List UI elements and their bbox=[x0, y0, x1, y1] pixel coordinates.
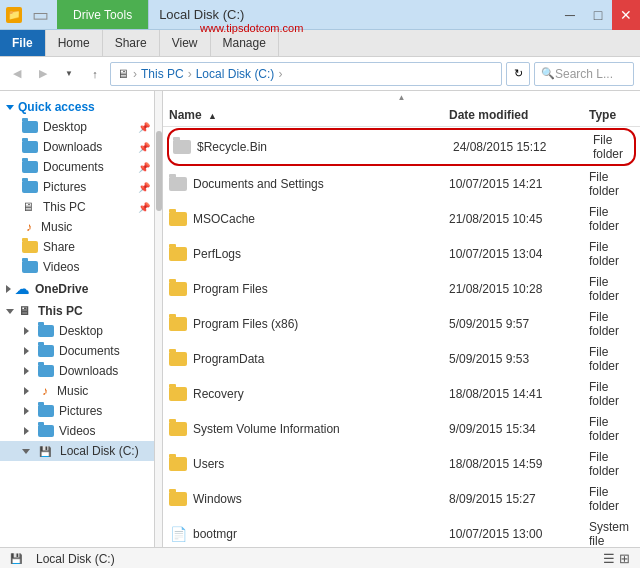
sidebar-item-desktop[interactable]: Desktop 📌 bbox=[0, 117, 154, 137]
file-name: PerfLogs bbox=[169, 247, 449, 261]
refresh-button[interactable]: ↻ bbox=[506, 62, 530, 86]
file-row-bootmgr[interactable]: 📄 bootmgr 10/07/2015 13:00 System file bbox=[163, 517, 640, 547]
pin-icon: 📌 bbox=[138, 162, 150, 173]
folder-icon bbox=[169, 317, 187, 331]
file-name: ProgramData bbox=[169, 352, 449, 366]
file-row-recovery[interactable]: Recovery 18/08/2015 14:41 File folder bbox=[163, 377, 640, 412]
title-bar-left: 📁 ▭ bbox=[0, 0, 57, 29]
folder-icon bbox=[38, 345, 54, 357]
folder-icon bbox=[169, 247, 187, 261]
music-icon: ♪ bbox=[38, 384, 52, 398]
back-button[interactable]: ◀ bbox=[6, 63, 28, 85]
file-type: File folder bbox=[589, 450, 634, 478]
minimize-button[interactable]: ─ bbox=[556, 0, 584, 30]
minimize-icon[interactable]: ▭ bbox=[32, 6, 49, 24]
folder-icon bbox=[169, 457, 187, 471]
sidebar-item-documents-pc[interactable]: Documents bbox=[0, 341, 154, 361]
sidebar-item-desktop-pc[interactable]: Desktop bbox=[0, 321, 154, 341]
thispc-icon: 🖥 bbox=[18, 304, 34, 318]
tab-home[interactable]: Home bbox=[46, 30, 103, 56]
onedrive-header[interactable]: ☁ OneDrive bbox=[0, 277, 154, 299]
path-local-disk[interactable]: Local Disk (C:) bbox=[196, 67, 275, 81]
ribbon-tabs: File Home Share View Manage bbox=[0, 30, 640, 56]
sidebar-item-videos-quick[interactable]: Videos bbox=[0, 257, 154, 277]
expand-icon bbox=[24, 367, 29, 375]
folder-icon bbox=[22, 261, 38, 273]
expand-icon bbox=[24, 327, 29, 335]
file-row-programfiles86[interactable]: Program Files (x86) 5/09/2015 9:57 File … bbox=[163, 307, 640, 342]
sidebar-item-localdisk[interactable]: 💾 Local Disk (C:) bbox=[0, 441, 154, 461]
grid-view-btn[interactable]: ⊞ bbox=[619, 551, 630, 566]
main-content: Quick access Desktop 📌 Downloads 📌 Docum… bbox=[0, 91, 640, 547]
path-computer-icon: 🖥 bbox=[117, 67, 129, 81]
file-name: MSOCache bbox=[169, 212, 449, 226]
file-row-sysvolinfo[interactable]: System Volume Information 9/09/2015 15:3… bbox=[163, 412, 640, 447]
file-row-users[interactable]: Users 18/08/2015 14:59 File folder bbox=[163, 447, 640, 482]
file-date: 10/07/2015 13:04 bbox=[449, 247, 589, 261]
col-name-header[interactable]: Name ▲ bbox=[169, 108, 449, 122]
sidebar-item-videos-pc[interactable]: Videos bbox=[0, 421, 154, 441]
file-date: 5/09/2015 9:53 bbox=[449, 352, 589, 366]
title-controls: ▭ bbox=[26, 6, 51, 24]
sidebar-item-share[interactable]: Share bbox=[0, 237, 154, 257]
sidebar: Quick access Desktop 📌 Downloads 📌 Docum… bbox=[0, 91, 155, 547]
file-row-programdata[interactable]: ProgramData 5/09/2015 9:53 File folder bbox=[163, 342, 640, 377]
col-date-header[interactable]: Date modified bbox=[449, 108, 589, 122]
tab-share[interactable]: Share bbox=[103, 30, 160, 56]
file-row-perflogs[interactable]: PerfLogs 10/07/2015 13:04 File folder bbox=[163, 237, 640, 272]
file-row-programfiles[interactable]: Program Files 21/08/2015 10:28 File fold… bbox=[163, 272, 640, 307]
folder-icon bbox=[22, 161, 38, 173]
sidebar-item-music-quick[interactable]: ♪ Music bbox=[0, 217, 154, 237]
sidebar-item-pictures[interactable]: Pictures 📌 bbox=[0, 177, 154, 197]
search-box[interactable]: 🔍 Search L... bbox=[534, 62, 634, 86]
tab-file[interactable]: File bbox=[0, 30, 46, 56]
drive-icon: 💾 bbox=[39, 444, 55, 458]
file-date: 21/08/2015 10:28 bbox=[449, 282, 589, 296]
col-type-header[interactable]: Type bbox=[589, 108, 634, 122]
expand-icon bbox=[24, 427, 29, 435]
forward-button[interactable]: ▶ bbox=[32, 63, 54, 85]
folder-icon bbox=[169, 387, 187, 401]
expand-icon bbox=[22, 449, 30, 454]
file-row-msocache[interactable]: MSOCache 21/08/2015 10:45 File folder bbox=[163, 202, 640, 237]
file-date: 10/07/2015 14:21 bbox=[449, 177, 589, 191]
folder-icon bbox=[38, 365, 54, 377]
recent-button[interactable]: ▼ bbox=[58, 63, 80, 85]
sidebar-scroll-thumb[interactable] bbox=[156, 131, 162, 211]
file-date: 24/08/2015 15:12 bbox=[453, 140, 593, 154]
sidebar-item-documents[interactable]: Documents 📌 bbox=[0, 157, 154, 177]
file-name: Users bbox=[169, 457, 449, 471]
sidebar-item-music-pc[interactable]: ♪ Music bbox=[0, 381, 154, 401]
file-name: Documents and Settings bbox=[169, 177, 449, 191]
close-button[interactable]: ✕ bbox=[612, 0, 640, 30]
onedrive-label: OneDrive bbox=[35, 282, 88, 296]
thispc-chevron bbox=[6, 309, 14, 314]
maximize-button[interactable]: □ bbox=[584, 0, 612, 30]
file-date: 5/09/2015 9:57 bbox=[449, 317, 589, 331]
folder-icon bbox=[38, 325, 54, 337]
address-path[interactable]: 🖥 › This PC › Local Disk (C:) › bbox=[110, 62, 502, 86]
sidebar-item-downloads-pc[interactable]: Downloads bbox=[0, 361, 154, 381]
folder-icon bbox=[22, 141, 38, 153]
music-icon: ♪ bbox=[22, 220, 36, 234]
file-type: File folder bbox=[593, 133, 630, 161]
folder-icon bbox=[22, 121, 38, 133]
file-row-windows[interactable]: Windows 8/09/2015 15:27 File folder bbox=[163, 482, 640, 517]
quick-access-label: Quick access bbox=[18, 100, 95, 114]
view-controls: ☰ ⊞ bbox=[603, 551, 630, 566]
file-row-recycle[interactable]: $Recycle.Bin 24/08/2015 15:12 File folde… bbox=[167, 128, 636, 166]
thispc-header[interactable]: 🖥 This PC bbox=[0, 299, 154, 321]
drive-tools-tab[interactable]: Drive Tools bbox=[57, 0, 149, 29]
details-view-btn[interactable]: ☰ bbox=[603, 551, 615, 566]
path-this-pc[interactable]: This PC bbox=[141, 67, 184, 81]
sidebar-item-pictures-pc[interactable]: Pictures bbox=[0, 401, 154, 421]
sidebar-scrollbar[interactable] bbox=[155, 91, 163, 547]
sidebar-item-downloads[interactable]: Downloads 📌 bbox=[0, 137, 154, 157]
pin-icon: 📌 bbox=[138, 122, 150, 133]
up-button[interactable]: ↑ bbox=[84, 63, 106, 85]
sidebar-item-thispc-quick[interactable]: 🖥 This PC 📌 bbox=[0, 197, 154, 217]
ribbon: File Home Share View Manage bbox=[0, 30, 640, 57]
file-row-docsettings[interactable]: Documents and Settings 10/07/2015 14:21 … bbox=[163, 167, 640, 202]
quick-access-header[interactable]: Quick access bbox=[0, 95, 154, 117]
file-name: Windows bbox=[169, 492, 449, 506]
